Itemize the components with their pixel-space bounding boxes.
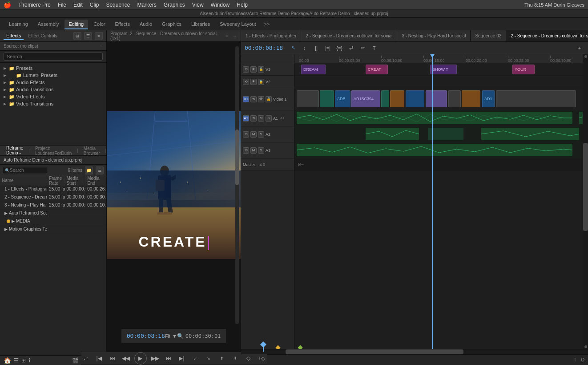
tl-add-track[interactable]: + <box>575 43 584 53</box>
menu-edit[interactable]: Edit <box>70 1 86 9</box>
program-expand-icon[interactable]: ↔ <box>233 33 237 38</box>
ws-tab-sweeney[interactable]: Sweeney Layout <box>215 20 260 28</box>
clip-v1-6[interactable] <box>406 90 424 107</box>
btn-play[interactable]: ▶ <box>134 352 147 365</box>
project-tab-main[interactable]: Project: Auto Reframe Demo - cleaned up <box>4 146 26 156</box>
timeline-vscroll[interactable] <box>583 54 588 349</box>
a3-sync[interactable]: ⟲ <box>243 147 249 154</box>
monitor-fit-selector[interactable]: Fit ▼ <box>165 333 177 339</box>
effects-search-input[interactable] <box>4 53 103 61</box>
timeline-hscroll[interactable] <box>241 349 588 354</box>
btn-go-start[interactable]: ⏮ <box>108 353 117 363</box>
clip-v1-3[interactable]: AD1SC394 <box>351 90 380 107</box>
v2-sync-btn[interactable]: ⟲ <box>243 79 249 85</box>
clip-v1-8[interactable] <box>448 90 461 107</box>
v2-lock[interactable]: 🔒 <box>258 79 264 85</box>
project-item-5[interactable]: ▶ Motion Graphics Template Media <box>0 225 106 233</box>
clip-dream[interactable]: DREAM <box>301 65 326 74</box>
effects-item-video-trans[interactable]: ▶ 📁 Video Transitions <box>0 100 106 107</box>
project-item-4[interactable]: ▶ MEDIA <box>0 217 106 225</box>
tl-tab-0[interactable]: 1 - Effects - Photographer <box>241 30 301 41</box>
tl-tool-rolling[interactable]: |=| <box>323 43 333 53</box>
monitor-timecode[interactable]: 00:00:08:18 <box>127 333 165 339</box>
btn-step-fwd[interactable]: ▶| <box>177 353 187 363</box>
a2-sync[interactable]: ⟲ <box>243 131 249 138</box>
v1-active[interactable]: V1 <box>243 96 249 102</box>
btn-loop[interactable]: ⇌ <box>81 353 91 363</box>
audio-clip-a3-main[interactable] <box>297 144 572 156</box>
tl-tool-slide[interactable]: ⇄ <box>346 43 356 53</box>
clip-creat[interactable]: CREAT <box>366 65 388 74</box>
tl-tool-selection[interactable]: ↖ <box>288 43 298 53</box>
v1-lock[interactable]: 🔒 <box>266 96 272 102</box>
btn-insert[interactable]: ↙ <box>190 353 200 363</box>
audio-clip-a1-main[interactable] <box>297 112 572 124</box>
project-home-icon[interactable]: 🏠 <box>4 357 11 364</box>
v1-eye[interactable]: 👁 <box>258 96 264 102</box>
btn-extract[interactable]: ⬆ <box>217 353 227 363</box>
menu-help[interactable]: Help <box>233 1 251 9</box>
menu-clip[interactable]: Clip <box>86 1 103 9</box>
vscroll-bottom-btn[interactable] <box>584 345 587 348</box>
tl-tab-3[interactable]: Sequence 02 <box>471 30 506 41</box>
timeline-ruler[interactable]: 00:00 00:00:05:00 00:00:10:00 00:00:15:0… <box>294 54 588 63</box>
project-new-item-icon[interactable]: 🎬 <box>72 357 79 364</box>
project-info-icon[interactable]: ℹ <box>28 357 31 364</box>
menu-view[interactable]: View <box>189 1 207 9</box>
clip-v1-1[interactable] <box>320 90 334 107</box>
v3-lock[interactable]: 🔒 <box>258 66 264 73</box>
track-a2-content[interactable] <box>294 126 588 142</box>
btn-markers[interactable]: ◇ <box>244 353 254 363</box>
tl-tool-type[interactable]: T <box>369 43 379 53</box>
track-v2-content[interactable] <box>294 76 588 88</box>
btn-ffwd[interactable]: ▶▶ <box>150 353 160 363</box>
clip-v1-0[interactable] <box>297 90 319 107</box>
track-a1-content[interactable] <box>294 110 588 126</box>
a1-active[interactable]: A1 <box>243 115 249 122</box>
project-item-0[interactable]: 1 - Effects - Photographer 25.00 fps 00:… <box>0 185 106 193</box>
track-master-content[interactable]: ⇤ <box>294 158 588 170</box>
effects-item-lumetri[interactable]: ▶ 📁 Lumetri Presets <box>0 72 106 79</box>
tl-timecode[interactable]: 00:00:08:18 <box>245 45 283 51</box>
audio-clip-a2-2[interactable] <box>481 128 579 140</box>
btn-add-marker[interactable]: +◇ <box>257 353 267 363</box>
project-view-icon[interactable]: ☰ <box>14 357 19 364</box>
project-item-2[interactable]: 3 - Nesting - Play Hard for social 25.00… <box>0 201 106 209</box>
tl-tab-4[interactable]: 2 - Sequence - Dreamers cutdown for soci… <box>506 30 588 41</box>
btn-overwrite[interactable]: ↘ <box>204 353 213 363</box>
effects-item-audio-fx[interactable]: ▶ 📁 Audio Effects <box>0 79 106 86</box>
effects-icon-filter[interactable]: ≡ <box>95 32 103 40</box>
project-list-view[interactable]: ☰ <box>96 166 104 174</box>
tl-tab-1[interactable]: 2 - Sequence - Dreamers cutdown for soci… <box>301 30 397 41</box>
ws-tab-libraries[interactable]: Libraries <box>187 20 214 28</box>
ws-tab-learning[interactable]: Learning <box>4 20 32 28</box>
menu-markers[interactable]: Markers <box>133 1 160 9</box>
tl-tool-slip[interactable]: {=} <box>334 43 344 53</box>
clip-v1-2[interactable]: ADE <box>335 90 350 107</box>
tl-tab-2[interactable]: 3 - Nesting - Play Hard for social <box>397 30 471 41</box>
effects-icon-grid[interactable]: ⊞ <box>73 32 81 40</box>
menu-sequence[interactable]: Sequence <box>102 1 133 9</box>
v3-sync-btn[interactable]: ⟲ <box>243 66 249 73</box>
track-v1-content[interactable]: ADE AD1SC394 AD1 <box>294 88 588 110</box>
audio-clip-a2-0[interactable] <box>366 128 419 140</box>
clip-show[interactable]: SHOW T <box>430 65 457 74</box>
btn-step-back[interactable]: |◀ <box>94 353 104 363</box>
ws-tab-graphics[interactable]: Graphics <box>157 20 186 28</box>
clip-your[interactable]: YOUR <box>512 65 535 74</box>
a2-mute[interactable]: M <box>250 131 257 138</box>
clip-v1-11[interactable] <box>496 90 576 107</box>
program-menu-icon[interactable]: ≡ <box>226 33 228 38</box>
clip-v1-9[interactable] <box>462 90 480 107</box>
menu-graphics[interactable]: Graphics <box>160 1 189 9</box>
project-item-1[interactable]: 2 - Sequence - Dreamers cutdown for s 25… <box>0 193 106 201</box>
project-tab-browser[interactable]: Media Browser <box>81 146 103 156</box>
a1-mute[interactable]: M <box>258 115 264 122</box>
btn-rewind[interactable]: ◀◀ <box>121 353 131 363</box>
project-tab-loudness[interactable]: Project: LoudnessForDurin <box>32 146 74 156</box>
btn-go-end[interactable]: ⏭ <box>164 353 173 363</box>
effects-item-audio-trans[interactable]: ▶ 📁 Audio Transitions <box>0 86 106 93</box>
track-a3-content[interactable] <box>294 142 588 158</box>
v3-eye[interactable]: 👁 <box>250 66 257 73</box>
vscroll-top-btn[interactable] <box>584 55 587 58</box>
